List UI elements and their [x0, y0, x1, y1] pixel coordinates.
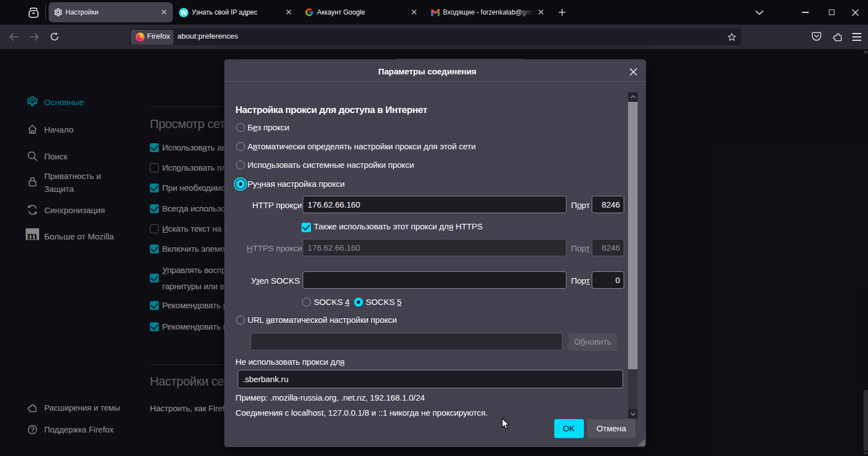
svg-text:W: W: [181, 9, 187, 17]
